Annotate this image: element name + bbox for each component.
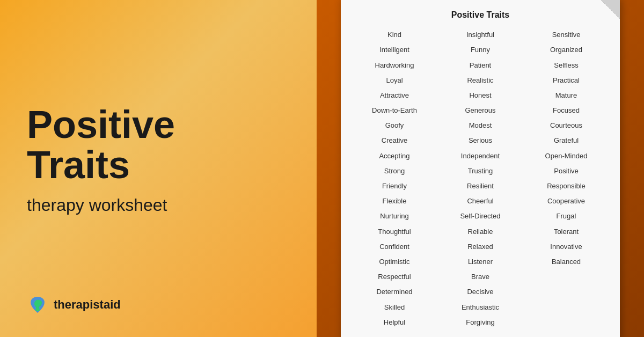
trait-item: Creative (352, 134, 437, 147)
trait-item: Kind (352, 28, 437, 41)
trait-item: Serious (437, 134, 523, 147)
trait-item: Respectful (352, 270, 437, 283)
trait-item: Brave (437, 270, 523, 283)
logo-text: therapistaid (54, 298, 121, 312)
trait-item: Selfless (523, 59, 609, 72)
trait-item: Funny (437, 43, 523, 56)
trait-item: Honest (437, 89, 523, 102)
folded-corner (598, 0, 620, 19)
trait-item: Practical (523, 74, 609, 87)
trait-item: Cooperative (523, 195, 609, 208)
subtitle: therapy worksheet (27, 194, 290, 217)
trait-item: Down-to-Earth (352, 104, 437, 117)
trait-item: Nurturing (352, 210, 437, 223)
title-line2: Traits (27, 143, 130, 186)
trait-item: Attractive (352, 89, 437, 102)
trait-item: Open-Minded (523, 150, 609, 163)
trait-item: Resilient (437, 180, 523, 193)
trait-item: Tolerant (523, 225, 609, 238)
trait-item: Listener (437, 255, 523, 268)
main-title: Positive Traits (27, 105, 290, 186)
trait-item: Courteous (523, 119, 609, 132)
trait-item: Reliable (437, 225, 523, 238)
trait-item: Trusting (437, 165, 523, 178)
trait-item (523, 285, 609, 298)
trait-item: Patient (437, 59, 523, 72)
traits-grid: KindInsightfulSensitiveIntelligentFunnyO… (352, 28, 609, 329)
logo-text-bold: aid (104, 298, 121, 311)
trait-item: Frugal (523, 210, 609, 223)
trait-item (523, 316, 609, 329)
trait-item (523, 301, 609, 314)
trait-item: Organized (523, 43, 609, 56)
trait-item: Optimistic (352, 255, 437, 268)
trait-item: Decisive (437, 285, 523, 298)
right-panel: Positive Traits KindInsightfulSensitiveI… (317, 0, 644, 337)
trait-item: Grateful (523, 134, 609, 147)
trait-item: Enthusiastic (437, 301, 523, 314)
trait-item: Generous (437, 104, 523, 117)
trait-item: Realistic (437, 74, 523, 87)
trait-item: Responsible (523, 180, 609, 193)
therapistaid-logo-icon (27, 294, 48, 316)
trait-item: Self-Directed (437, 210, 523, 223)
trait-item: Hardworking (352, 59, 437, 72)
trait-item: Insightful (437, 28, 523, 41)
trait-item: Positive (523, 165, 609, 178)
trait-item: Forgiving (437, 316, 523, 329)
logo-area: therapistaid (27, 294, 290, 316)
trait-item: Loyal (352, 74, 437, 87)
trait-item: Thoughtful (352, 225, 437, 238)
trait-item: Balanced (523, 255, 609, 268)
trait-item: Innovative (523, 240, 609, 253)
trait-item: Flexible (352, 195, 437, 208)
logo-text-plain: therapist (54, 298, 104, 311)
trait-item: Modest (437, 119, 523, 132)
trait-item: Strong (352, 165, 437, 178)
worksheet-card: Positive Traits KindInsightfulSensitiveI… (341, 0, 620, 337)
trait-item: Sensitive (523, 28, 609, 41)
trait-item (523, 270, 609, 283)
trait-item: Goofy (352, 119, 437, 132)
trait-item: Skilled (352, 301, 437, 314)
trait-item: Mature (523, 89, 609, 102)
trait-item: Independent (437, 150, 523, 163)
worksheet-title: Positive Traits (352, 10, 609, 20)
left-content: Positive Traits therapy worksheet (27, 27, 290, 294)
trait-item: Friendly (352, 180, 437, 193)
title-line1: Positive (27, 103, 175, 146)
left-panel: Positive Traits therapy worksheet therap… (0, 0, 317, 337)
trait-item: Relaxed (437, 240, 523, 253)
trait-item: Determined (352, 285, 437, 298)
trait-item: Focused (523, 104, 609, 117)
trait-item: Helpful (352, 316, 437, 329)
trait-item: Accepting (352, 150, 437, 163)
trait-item: Cheerful (437, 195, 523, 208)
trait-item: Intelligent (352, 43, 437, 56)
trait-item: Confident (352, 240, 437, 253)
